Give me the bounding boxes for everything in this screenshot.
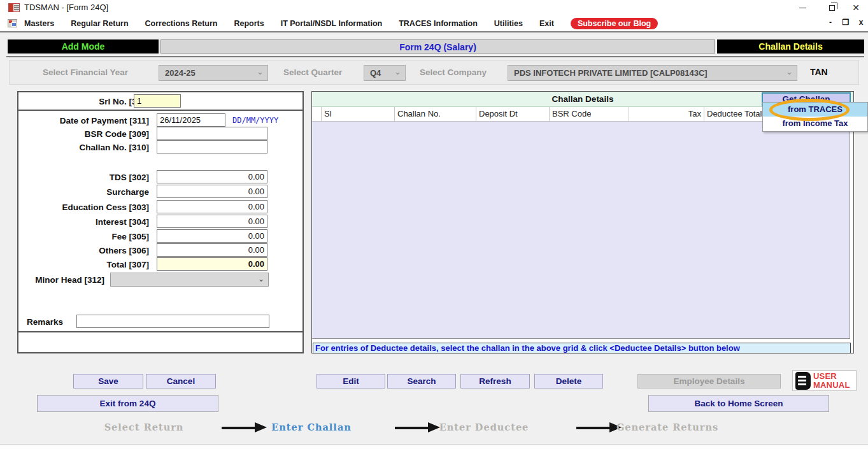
chevron-down-icon: ⌄ [394,65,401,79]
mdi-close-icon[interactable]: x [857,18,865,27]
remarks-input[interactable] [76,315,269,328]
menu-it-portal[interactable]: IT Portal/NSDL Information [281,19,383,28]
minor-head-label: Minor Head [312] [18,275,104,285]
menu-reports[interactable]: Reports [234,19,264,28]
quarter-label: Select Quarter [283,68,342,77]
col-sl[interactable]: Sl [322,107,395,121]
mdi-restore-icon[interactable]: ❐ [841,18,850,27]
back-to-home-button[interactable]: Back to Home Screen [648,395,829,412]
col-challan-no[interactable]: Challan No. [395,107,476,121]
financial-year-label: Select Financial Year [43,68,128,77]
get-challan-menu: from TRACES from Income Tax [762,102,868,132]
menu-masters[interactable]: Masters [24,19,54,28]
employee-details-button[interactable]: Employee Details [637,374,781,388]
remarks-label: Remarks [27,317,71,327]
workflow-step-select-return: Select Return [104,422,184,432]
app-icon [8,3,20,12]
bsr-code-input[interactable] [157,127,267,140]
form-icon [8,19,17,27]
menu-utilities[interactable]: Utilities [494,19,523,28]
tds-label: TDS [302] [18,173,149,182]
row-selector-header [312,107,322,121]
tan-label: TAN [810,67,828,77]
surcharge-input[interactable] [157,185,267,198]
date-of-payment-input[interactable] [157,113,225,127]
filter-row: Select Financial Year 2024-25⌄ Select Qu… [9,60,859,85]
quarter-select[interactable]: Q4⌄ [364,65,406,81]
book-icon [795,372,811,390]
interest-label: Interest [304] [18,217,149,227]
chevron-down-icon: ⌄ [258,274,264,283]
divider [18,110,302,111]
others-input[interactable] [157,243,267,257]
restore-icon[interactable] [821,0,843,15]
refresh-button[interactable]: Refresh [460,374,530,388]
arrow-right-icon [395,422,441,432]
education-cess-input[interactable] [157,200,267,213]
workflow-step-enter-deductee: Enter Deductee [439,422,529,432]
form-title-banner: Form 24Q (Salary) [160,39,715,53]
col-deposit-dt[interactable]: Deposit Dt [476,107,550,121]
total-label: Total [307] [18,260,149,269]
mode-banner: Add Mode [8,39,159,53]
financial-year-select[interactable]: 2024-25⌄ [159,65,268,81]
divider [18,331,302,332]
challan-entry-panel: Srl No. [301] Date of Payment [311] DD/M… [17,91,304,353]
menu-regular-return[interactable]: Regular Return [71,19,128,28]
fee-label: Fee [305] [18,232,149,241]
workflow-step-enter-challan: Enter Challan [271,422,352,432]
date-of-payment-label: Date of Payment [311] [18,116,149,125]
delete-button[interactable]: Delete [534,374,603,388]
total-input[interactable] [157,257,267,271]
others-label: Others [306] [18,246,149,255]
menu-item-from-traces[interactable]: from TRACES [763,103,867,117]
status-strip [0,444,868,449]
menu-bar: Masters Regular Return Corrections Retur… [0,15,868,32]
user-manual-label-1: USER [813,372,850,381]
challan-grid-body[interactable] [312,122,850,339]
arrow-right-icon [576,422,622,432]
tds-input[interactable] [157,170,267,183]
close-icon[interactable]: ✕ [845,0,867,15]
interest-input[interactable] [157,215,267,228]
divider [6,56,864,57]
challan-no-input[interactable] [157,140,267,153]
deductee-note: For entries of Deductee details, select … [313,343,851,353]
mdi-minimize-icon[interactable]: - [826,18,835,27]
exit-from-24q-button[interactable]: Exit from 24Q [37,395,218,412]
cancel-button[interactable]: Cancel [146,374,216,388]
section-banner: Challan Details [717,39,864,53]
challan-no-label: Challan No. [310] [18,143,149,152]
window-title: TDSMAN - [Form 24Q] [24,3,108,12]
company-select[interactable]: PDS INFOTECH PRIVATE LIMITED [CALP08143C… [508,65,797,81]
company-label: Select Company [420,68,487,77]
form-24q-content: Add Mode Form 24Q (Salary) Challan Detai… [0,32,868,449]
surcharge-label: Surcharge [18,187,149,197]
subscribe-blog-badge[interactable]: Subscribe our Blog [571,18,658,29]
bsr-code-label: BSR Code [309] [18,129,149,139]
menu-exit[interactable]: Exit [539,19,554,28]
col-bsr-code[interactable]: BSR Code [550,107,629,121]
app-window: TDSMAN - [Form 24Q] ✕ Masters Regular Re… [0,0,868,449]
education-cess-label: Education Cess [303] [18,203,149,212]
date-format-hint: DD/MM/YYYY [232,116,278,125]
workflow-step-generate-returns: Generate Returns [616,422,718,432]
edit-button[interactable]: Edit [317,374,385,388]
chevron-down-icon: ⌄ [786,65,793,79]
chevron-down-icon: ⌄ [257,65,264,79]
minimize-icon[interactable] [792,0,813,15]
fee-input[interactable] [157,229,267,243]
save-button[interactable]: Save [73,374,143,388]
menu-item-from-income-tax[interactable]: from Income Tax [763,117,867,131]
user-manual-button[interactable]: USER MANUAL [792,370,857,391]
minor-head-select[interactable]: ⌄ [110,273,269,287]
menu-traces[interactable]: TRACES Information [399,19,478,28]
arrow-right-icon [222,422,267,432]
srl-no-label: Srl No. [301] [18,97,149,106]
user-manual-label-2: MANUAL [813,381,850,390]
search-button[interactable]: Search [387,374,456,388]
col-tax[interactable]: Tax [629,107,704,121]
menu-corrections-return[interactable]: Corrections Return [145,19,218,28]
srl-no-input[interactable] [134,94,181,108]
title-bar: TDSMAN - [Form 24Q] ✕ [0,0,868,15]
